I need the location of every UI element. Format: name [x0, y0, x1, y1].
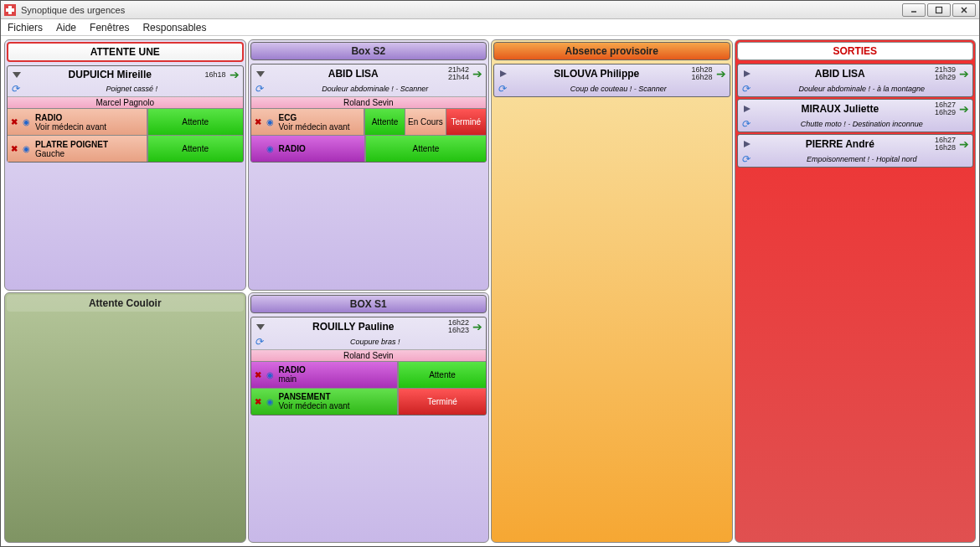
menu-fenetres[interactable]: Fenêtres [90, 22, 129, 34]
svg-marker-7 [256, 71, 265, 77]
delete-task-icon[interactable]: ✖ [11, 117, 18, 126]
task-note: Voir médecin avant [279, 401, 350, 410]
eye-icon: ◉ [266, 144, 274, 153]
cycle-icon[interactable]: ⟳ [255, 83, 263, 95]
svg-marker-8 [500, 70, 507, 77]
delete-task-icon[interactable]: ✖ [255, 370, 261, 379]
task-name: ECG [279, 113, 350, 122]
minimize-button[interactable] [902, 3, 926, 17]
play-icon[interactable] [741, 70, 753, 78]
task-status[interactable]: Attente [398, 362, 486, 388]
delete-task-icon[interactable]: ✖ [255, 397, 261, 406]
svg-marker-10 [744, 106, 750, 112]
maximize-button[interactable] [927, 3, 951, 17]
patient-diagnosis: Chutte moto ! - Destination inconnue [755, 120, 970, 128]
eye-icon: ◉ [23, 117, 30, 126]
svg-rect-3 [936, 7, 942, 13]
task-status-termine[interactable]: Terminé [446, 109, 486, 135]
eye-icon: ◉ [266, 370, 274, 379]
svg-marker-12 [256, 324, 265, 330]
patient-time: 16h2716h28 [927, 137, 956, 152]
play-icon[interactable] [741, 105, 753, 113]
patient-name: ABID LISA [753, 68, 928, 80]
panel-header: ATTENTE UNE [7, 42, 244, 62]
panel-sorties: SORTIES ABID LISA 21h3916h29 ➔ ⟳Douleur … [735, 39, 977, 543]
cycle-icon[interactable]: ⟳ [741, 118, 750, 130]
patient-diagnosis: Douleur abdominale ! - à la montagne [755, 85, 970, 93]
delete-task-icon[interactable]: ✖ [255, 117, 261, 126]
arrow-right-icon[interactable]: ➔ [716, 67, 726, 80]
patient-diagnosis: Empoisonnement ! - Hopital nord [755, 155, 970, 163]
svg-marker-9 [744, 70, 750, 77]
patient-time: 16h18 [198, 71, 226, 79]
patient-card-miraux[interactable]: MIRAUX Juliette 16h2716h29 ➔ ⟳Chutte mot… [737, 99, 974, 132]
eye-icon: ◉ [266, 117, 274, 126]
patient-time: 16h2716h29 [927, 101, 956, 116]
cycle-icon[interactable]: ⟳ [741, 83, 750, 95]
panel-header: Absence provisoire [493, 42, 730, 60]
patient-card-rouilly[interactable]: ROUILLY Pauline 16h2216h23 ➔ ⟳Coupure br… [250, 317, 487, 415]
expand-icon[interactable] [255, 70, 266, 78]
task-status[interactable]: Attente [147, 109, 243, 135]
titlebar: Synoptique des urgences [1, 1, 979, 19]
patient-name: ABID LISA [266, 68, 441, 80]
panel-header: BOX S1 [250, 295, 487, 313]
task-status[interactable]: Attente [365, 136, 486, 162]
patient-doctor: Roland Sevin [251, 96, 487, 108]
patient-doctor: Marcel Pagnolo [8, 96, 243, 108]
patient-diagnosis: Douleur abdominale ! - Scanner [268, 85, 483, 93]
arrow-right-icon[interactable]: ➔ [959, 137, 969, 151]
task-status-encours[interactable]: En Cours [405, 109, 445, 135]
svg-marker-11 [744, 141, 750, 147]
arrow-right-icon[interactable]: ➔ [230, 68, 240, 81]
patient-name: ROUILLY Pauline [266, 321, 441, 333]
task-status[interactable]: Attente [147, 136, 243, 162]
close-button[interactable] [952, 3, 976, 17]
task-name: RADIO [35, 113, 106, 122]
panel-header: Attente Couloir [7, 295, 244, 312]
cycle-icon[interactable]: ⟳ [255, 336, 263, 348]
menu-aide[interactable]: Aide [56, 22, 76, 34]
patient-card-silouva[interactable]: SILOUVA Philippe 16h2816h28 ➔ ⟳ Coup de … [493, 64, 730, 97]
patient-name: MIRAUX Juliette [753, 103, 928, 115]
arrow-right-icon[interactable]: ➔ [472, 67, 482, 80]
task-note: Gauche [35, 149, 64, 158]
task-note: main [279, 374, 297, 384]
play-icon[interactable] [498, 70, 509, 78]
patient-diagnosis: Coup de couteau ! - Scanner [511, 85, 726, 93]
arrow-right-icon[interactable]: ➔ [472, 320, 482, 333]
app-window: Synoptique des urgences Fichiers Aide Fe… [0, 0, 980, 547]
panel-header: Box S2 [250, 42, 487, 60]
patient-card-abid-out[interactable]: ABID LISA 21h3916h29 ➔ ⟳Douleur abdomina… [737, 64, 974, 97]
arrow-right-icon[interactable]: ➔ [959, 102, 969, 116]
task-status-attente[interactable]: Attente [364, 109, 405, 135]
play-icon[interactable] [741, 140, 753, 148]
patient-name: PIERRE André [753, 138, 928, 150]
cycle-icon[interactable]: ⟳ [498, 83, 506, 95]
patient-card-pierre[interactable]: PIERRE André 16h2716h28 ➔ ⟳Empoisonnemen… [737, 134, 974, 168]
cycle-icon[interactable]: ⟳ [741, 153, 750, 165]
task-status[interactable]: Terminé [398, 389, 486, 415]
eye-icon: ◉ [266, 397, 274, 406]
delete-task-icon[interactable]: ✖ [11, 144, 18, 153]
patient-time: 21h4221h44 [441, 66, 469, 81]
task-name: RADIO [279, 144, 306, 153]
task-note: Voir médecin avant [35, 122, 106, 132]
patient-doctor: Roland Sevin [251, 349, 487, 361]
menu-responsables[interactable]: Responsables [142, 22, 206, 34]
window-title: Synoptique des urgences [21, 5, 900, 15]
expand-icon[interactable] [11, 70, 23, 79]
patient-card-abid[interactable]: ABID LISA 21h4221h44 ➔ ⟳ Douleur abdomin… [250, 64, 487, 163]
task-note: Voir médecin avant [279, 122, 350, 132]
patient-card-dupuich[interactable]: DUPUICH Mireille 16h18 ➔ ⟳ Poignet cassé… [7, 65, 244, 163]
eye-icon: ◉ [23, 144, 30, 153]
svg-marker-6 [13, 72, 21, 78]
svg-rect-1 [6, 8, 14, 12]
expand-icon[interactable] [255, 323, 266, 331]
workspace: ATTENTE UNE DUPUICH Mireille 16h18 ➔ ⟳ P… [1, 36, 979, 546]
panel-box-s1: BOX S1 ROUILLY Pauline 16h2216h23 ➔ ⟳Cou… [248, 292, 490, 544]
task-name: PANSEMENT [279, 392, 350, 401]
menu-fichiers[interactable]: Fichiers [8, 22, 43, 34]
cycle-icon[interactable]: ⟳ [11, 83, 19, 95]
arrow-right-icon[interactable]: ➔ [959, 67, 969, 80]
